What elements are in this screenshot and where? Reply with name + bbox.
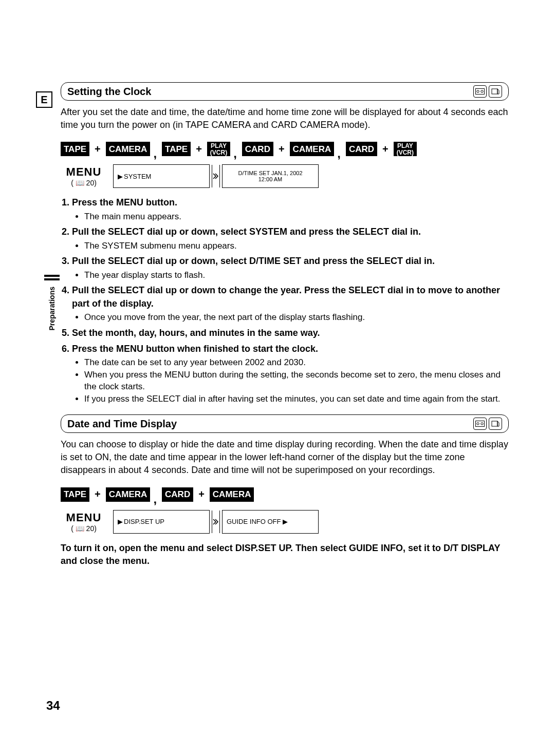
cassette-icon: [473, 85, 487, 98]
step-6-bullet-1: The date can be set to any year between …: [84, 356, 509, 369]
screen-dtime: D/TIME SET JAN.1, 2002 12:00 AM: [222, 164, 319, 188]
mode-row-1: TAPE + CAMERA , TAPE + PLAY (VCR) , CARD…: [61, 142, 509, 156]
svg-point-5: [477, 423, 479, 425]
section-heading-clock: Setting the Clock: [61, 82, 509, 101]
screen-dtime-line1: D/TIME SET JAN.1, 2002: [238, 170, 302, 177]
screen-guideinfo-text: GUIDE INFO OFF ▶: [227, 518, 288, 525]
plus-icon: +: [198, 488, 205, 500]
badge-camera: CAMERA: [106, 487, 151, 502]
svg-point-1: [477, 90, 479, 92]
step-4-bullet: Once you move from the year, the next pa…: [84, 311, 509, 324]
menu-reference: MENU ( 📖 20): [61, 165, 107, 187]
menu-screens-row-2: MENU ( 📖 20) ▶ DISP.SET UP GUIDE INFO OF…: [61, 510, 509, 534]
badge-tape: TAPE: [162, 142, 191, 156]
step-5: Set the month, day, hours, and minutes i…: [72, 327, 509, 339]
plus-icon: +: [95, 488, 101, 500]
svg-rect-3: [492, 89, 497, 94]
menu-reference: MENU ( 📖 20): [61, 511, 107, 533]
steps-list: Press the MENU button. The main menu app…: [61, 196, 509, 405]
badge-card: CARD: [162, 487, 193, 502]
screens-group: ▶ SYSTEM D/TIME SET JAN.1, 2002 12:00 AM: [113, 164, 319, 188]
comma: ,: [153, 151, 157, 156]
triangle-right-icon: ▶: [118, 173, 124, 180]
badge-tape: TAPE: [61, 487, 89, 502]
plus-icon: +: [382, 143, 388, 155]
screen-system-text: SYSTEM: [124, 173, 151, 180]
svg-point-2: [481, 90, 483, 92]
plus-icon: +: [95, 143, 101, 155]
menu-page-ref: ( 📖 20): [71, 524, 97, 533]
badge-card: CARD: [242, 142, 273, 156]
badge-tape: TAPE: [61, 142, 89, 156]
menu-page-ref: ( 📖 20): [71, 179, 97, 187]
svg-point-6: [481, 423, 483, 425]
double-chevron-icon: [212, 511, 220, 533]
section-title: Setting the Clock: [67, 86, 151, 98]
menu-label: MENU: [66, 511, 102, 524]
step-1-bullet: The main menu appears.: [84, 211, 509, 223]
step-4: Pull the SELECT dial up or down to chang…: [72, 284, 509, 323]
page-number: 34: [46, 698, 60, 710]
double-chevron-icon: [212, 165, 220, 187]
comma: ,: [153, 497, 157, 502]
comma: ,: [233, 151, 237, 156]
badge-play-vcr: PLAY (VCR): [207, 142, 230, 156]
comma: ,: [337, 151, 341, 156]
plus-icon: +: [196, 143, 202, 155]
step-2: Pull the SELECT dial up or down, select …: [72, 225, 509, 252]
triangle-right-icon: ▶: [118, 518, 124, 525]
screen-dispsetup: ▶ DISP.SET UP: [113, 510, 210, 534]
section1-intro: After you set the date and time, the dat…: [61, 106, 509, 131]
step-6-bullet-3: If you press the SELECT dial in after ha…: [84, 393, 509, 405]
step-1: Press the MENU button. The main menu app…: [72, 196, 509, 222]
heading-icons: [473, 85, 502, 98]
badge-play-vcr: PLAY (VCR): [394, 142, 417, 156]
badge-camera: CAMERA: [106, 142, 151, 156]
step-2-bullet: The SYSTEM submenu menu appears.: [84, 240, 509, 252]
screens-group: ▶ DISP.SET UP GUIDE INFO OFF ▶: [113, 510, 319, 534]
step-3: Pull the SELECT dial up or down, select …: [72, 255, 509, 281]
screen-system: ▶ SYSTEM: [113, 164, 210, 188]
screen-dispsetup-text: DISP.SET UP: [124, 518, 164, 525]
section2-intro: You can choose to display or hide the da…: [61, 438, 509, 477]
step-3-bullet: The year display starts to flash.: [84, 269, 509, 281]
screen-dtime-line2: 12:00 AM: [258, 176, 282, 183]
menu-label: MENU: [66, 165, 102, 179]
mode-row-2: TAPE + CAMERA , CARD + CAMERA: [61, 487, 509, 502]
badge-camera: CAMERA: [290, 142, 335, 156]
badge-camera: CAMERA: [210, 487, 254, 502]
card-icon: [489, 418, 502, 430]
heading-icons: [473, 418, 502, 430]
screen-guideinfo: GUIDE INFO OFF ▶: [222, 510, 319, 534]
menu-screens-row-1: MENU ( 📖 20) ▶ SYSTEM D/TIME SET JAN.1, …: [61, 164, 509, 188]
card-icon: [489, 85, 502, 98]
badge-card: CARD: [346, 142, 377, 156]
step-6: Press the MENU button when finished to s…: [72, 343, 509, 405]
section-title: Date and Time Display: [67, 418, 177, 430]
cassette-icon: [473, 418, 487, 430]
svg-rect-7: [492, 421, 497, 426]
section-heading-datetime: Date and Time Display: [61, 414, 509, 433]
section2-final: To turn it on, open the menu and select …: [61, 542, 509, 568]
step-6-bullet-2: When you press the MENU button during th…: [84, 369, 509, 393]
plus-icon: +: [279, 143, 285, 155]
